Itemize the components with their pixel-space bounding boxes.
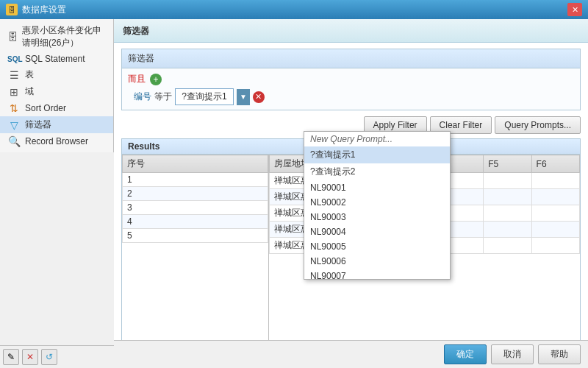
- main-container: 🗄 惠景小区条件变化申请明细(26户） SQL SQL Statement ☰ …: [0, 19, 588, 368]
- dropdown-item-1[interactable]: ?查询提示1: [304, 146, 450, 163]
- window-title: 数据库设置: [22, 4, 66, 16]
- content-area: 筛选器 筛选器 而且 + 编号 等于 ?查询提示1 ▼ ✕: [114, 19, 588, 368]
- remove-condition-button[interactable]: ✕: [253, 91, 265, 103]
- filter-dropdown-arrow[interactable]: ▼: [237, 89, 250, 105]
- filter-section-title: 筛选器: [128, 53, 154, 63]
- dropdown-item-7[interactable]: NL90005: [304, 239, 450, 254]
- filter-and-row: 而且 +: [128, 73, 574, 85]
- sidebar: 🗄 惠景小区条件变化申请明细(26户） SQL SQL Statement ☰ …: [0, 19, 114, 152]
- sql-icon: SQL: [7, 55, 21, 63]
- col-header-seq: 序号: [123, 155, 268, 173]
- dropdown-item-6[interactable]: NL90004: [304, 224, 450, 239]
- filter-value-button[interactable]: ?查询提示1: [175, 88, 234, 105]
- help-button[interactable]: 帮助: [538, 344, 581, 364]
- dropdown-item-5[interactable]: NL90003: [304, 210, 450, 224]
- sidebar-item-table[interactable]: ☰ 表: [0, 66, 113, 83]
- sidebar-sort-label: Sort Order: [25, 103, 66, 113]
- filter-field-label: 编号: [134, 91, 151, 103]
- sidebar-filter-label: 筛选器: [25, 118, 51, 131]
- filter-section-header: 筛选器: [122, 49, 580, 68]
- filter-dropdown-menu: New Query Prompt... ?查询提示1 ?查询提示2 NL9000…: [304, 131, 451, 280]
- dropdown-item-8[interactable]: NL90006: [304, 254, 450, 269]
- close-button[interactable]: ✕: [567, 3, 582, 16]
- sidebar-record-label: Record Browser: [25, 136, 88, 146]
- cancel-button[interactable]: 取消: [491, 344, 534, 364]
- sort-icon: ⇅: [7, 102, 21, 114]
- table-icon: ☰: [7, 69, 21, 81]
- dropdown-item-2[interactable]: ?查询提示2: [304, 163, 450, 180]
- filter-icon: ▽: [7, 119, 21, 131]
- title-bar: 🗄 数据库设置 ✕: [0, 0, 588, 19]
- sidebar-item-sort-order[interactable]: ⇅ Sort Order: [0, 100, 113, 116]
- sidebar-item-filter[interactable]: ▽ 筛选器: [0, 116, 113, 133]
- db-icon: 🗄: [7, 31, 18, 43]
- sidebar-edit-button[interactable]: ✎: [3, 349, 19, 365]
- col-header-f5: F5: [484, 155, 531, 173]
- app-icon: 🗄: [6, 4, 18, 15]
- sidebar-bottom-buttons: ✎ ✕ ↺: [0, 345, 114, 368]
- field-icon: ⊞: [7, 86, 21, 98]
- sidebar-item-db-label[interactable]: 🗄 惠景小区条件变化申请明细(26户）: [0, 22, 113, 52]
- table-row: 5: [123, 229, 268, 243]
- content-title: 筛选器: [123, 26, 149, 36]
- record-browser-icon: 🔍: [7, 135, 21, 147]
- dropdown-scroll-area[interactable]: New Query Prompt... ?查询提示1 ?查询提示2 NL9000…: [304, 132, 450, 279]
- dropdown-new-prompt[interactable]: New Query Prompt...: [304, 132, 450, 146]
- sidebar-item-field[interactable]: ⊞ 域: [0, 83, 113, 100]
- sidebar-wrapper: 🗄 惠景小区条件变化申请明细(26户） SQL SQL Statement ☰ …: [0, 19, 114, 368]
- filter-section: 筛选器 而且 + 编号 等于 ?查询提示1 ▼ ✕: [121, 49, 581, 110]
- dropdown-item-3[interactable]: NL90001: [304, 180, 450, 195]
- dropdown-item-9[interactable]: NL90007: [304, 269, 450, 279]
- and-label: 而且: [128, 73, 146, 85]
- results-left-table: 序号 1 2 3 4 5: [122, 155, 268, 243]
- results-title: Results: [128, 141, 159, 152]
- content-header: 筛选器: [114, 19, 588, 43]
- table-row: 4: [123, 215, 268, 229]
- results-left-panel: 序号 1 2 3 4 5: [122, 155, 269, 363]
- add-condition-button[interactable]: +: [150, 74, 162, 85]
- table-row: 1: [123, 173, 268, 187]
- sidebar-item-sql[interactable]: SQL SQL Statement: [0, 52, 113, 66]
- col-header-f6: F6: [531, 155, 579, 173]
- sidebar-table-label: 表: [25, 68, 34, 81]
- sidebar-sql-label: SQL Statement: [25, 54, 85, 64]
- filter-condition-row: 编号 等于 ?查询提示1 ▼ ✕: [134, 88, 574, 105]
- table-row: 2: [123, 187, 268, 201]
- filter-body: 而且 + 编号 等于 ?查询提示1 ▼ ✕: [122, 68, 580, 110]
- bottom-bar: 确定 取消 帮助: [114, 340, 588, 368]
- filter-operator-label: 等于: [154, 91, 172, 103]
- sidebar-db-label: 惠景小区条件变化申请明细(26户）: [22, 24, 106, 49]
- dropdown-item-4[interactable]: NL90002: [304, 195, 450, 210]
- sidebar-delete-button[interactable]: ✕: [22, 349, 38, 365]
- confirm-button[interactable]: 确定: [444, 344, 487, 364]
- query-prompts-button[interactable]: Query Prompts...: [495, 116, 581, 134]
- sidebar-item-record-browser[interactable]: 🔍 Record Browser: [0, 133, 113, 149]
- sidebar-field-label: 域: [25, 85, 34, 98]
- table-row: 3: [123, 201, 268, 215]
- sidebar-refresh-button[interactable]: ↺: [41, 349, 57, 365]
